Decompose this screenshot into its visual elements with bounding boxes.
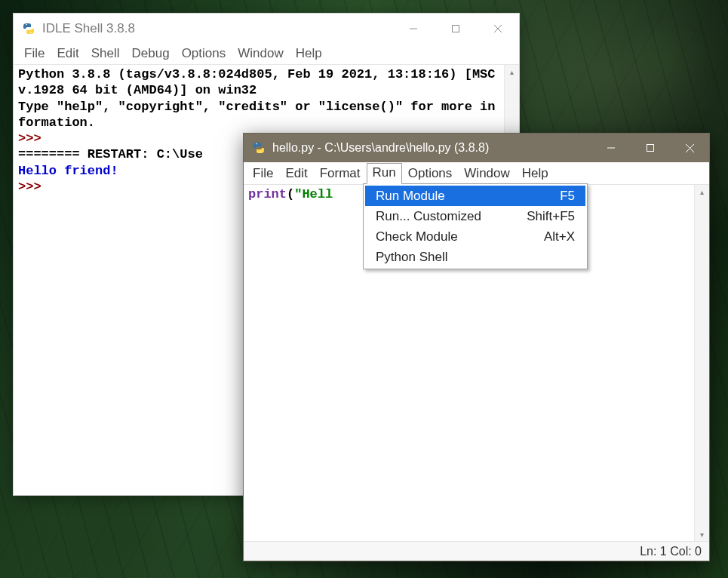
shell-restart-line: ======== RESTART: C:\Use (18, 147, 203, 161)
shell-menu-file[interactable]: File (18, 45, 51, 63)
shell-titlebar[interactable]: IDLE Shell 3.8.8 (14, 14, 519, 44)
menu-item-label: Python Shell (376, 250, 560, 265)
run-menu-check-module[interactable]: Check Module Alt+X (365, 226, 585, 247)
menu-item-accel: F5 (560, 189, 575, 204)
close-button[interactable] (670, 134, 709, 162)
shell-prompt: >>> (18, 180, 49, 194)
code-string: "Hell (294, 187, 333, 201)
menu-item-label: Run... Customized (376, 209, 511, 224)
code-paren: ( (287, 187, 294, 201)
editor-menu-format[interactable]: Format (314, 164, 367, 183)
minimize-button[interactable] (392, 14, 435, 44)
code-keyword: print (248, 187, 287, 201)
svg-rect-9 (647, 145, 654, 152)
minimize-button[interactable] (591, 134, 631, 162)
maximize-button[interactable] (435, 14, 477, 44)
run-menu-run-module[interactable]: Run Module F5 (365, 186, 585, 206)
shell-window-controls (392, 14, 519, 44)
shell-title: IDLE Shell 3.8.8 (42, 21, 135, 36)
run-menu-dropdown: Run Module F5 Run... Customized Shift+F5… (363, 183, 588, 269)
editor-title: hello.py - C:\Users\andre\hello.py (3.8.… (272, 141, 489, 155)
shell-menu-shell[interactable]: Shell (85, 45, 126, 63)
run-menu-python-shell[interactable]: Python Shell (365, 247, 585, 267)
editor-menu-options[interactable]: Options (402, 164, 459, 183)
shell-menu-help[interactable]: Help (290, 45, 328, 63)
shell-menu-debug[interactable]: Debug (126, 45, 176, 63)
menu-item-label: Run Module (376, 189, 545, 204)
svg-point-0 (26, 24, 27, 26)
scroll-up-icon[interactable]: ▴ (695, 185, 709, 198)
editor-menu-help[interactable]: Help (516, 164, 554, 183)
scroll-up-icon[interactable]: ▴ (505, 65, 519, 78)
python-icon (253, 142, 265, 154)
run-menu-run-customized[interactable]: Run... Customized Shift+F5 (365, 206, 585, 226)
shell-version-line: Python 3.8.8 (tags/v3.8.8:024d805, Feb 1… (18, 67, 503, 97)
maximize-button[interactable] (631, 134, 670, 162)
editor-scrollbar[interactable]: ▴ ▾ (694, 185, 709, 541)
cursor-position: Ln: 1 Col: 0 (640, 545, 702, 558)
editor-window-controls (591, 134, 709, 162)
shell-menu-window[interactable]: Window (232, 45, 289, 63)
editor-menu-file[interactable]: File (247, 164, 279, 183)
shell-hint-line: Type "help", "copyright", "credits" or "… (18, 100, 496, 130)
shell-menubar: File Edit Shell Debug Options Window Hel… (14, 44, 519, 65)
editor-statusbar: Ln: 1 Col: 0 (244, 541, 709, 561)
editor-menu-run[interactable]: Run (367, 163, 402, 184)
svg-point-6 (256, 143, 257, 145)
shell-prompt: >>> (18, 131, 49, 146)
scroll-down-icon[interactable]: ▾ (695, 527, 709, 541)
editor-menu-window[interactable]: Window (458, 164, 515, 183)
svg-point-1 (30, 32, 32, 34)
menu-item-accel: Alt+X (544, 229, 575, 244)
menu-item-label: Check Module (376, 229, 529, 244)
python-icon (23, 23, 35, 35)
editor-menu-edit[interactable]: Edit (279, 164, 313, 183)
idle-editor-window: hello.py - C:\Users\andre\hello.py (3.8.… (243, 133, 710, 561)
editor-menubar: File Edit Format Run Options Window Help (244, 162, 709, 185)
menu-item-accel: Shift+F5 (527, 209, 575, 224)
close-button[interactable] (477, 14, 519, 44)
svg-point-7 (260, 152, 262, 153)
svg-rect-3 (453, 26, 459, 32)
shell-menu-edit[interactable]: Edit (51, 45, 84, 63)
shell-menu-options[interactable]: Options (176, 45, 232, 63)
shell-output: Hello friend! (18, 164, 118, 178)
editor-titlebar[interactable]: hello.py - C:\Users\andre\hello.py (3.8.… (244, 134, 709, 162)
